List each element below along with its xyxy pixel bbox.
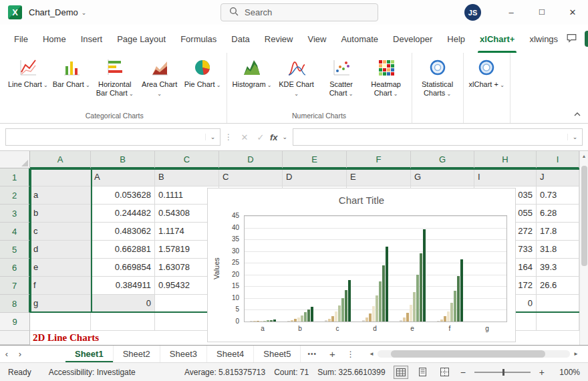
sheet-nav-prev-icon[interactable]: ‹: [0, 346, 13, 362]
horizontal-scroll-track[interactable]: [378, 350, 570, 358]
row-header-4[interactable]: 4: [0, 223, 30, 241]
cell-A1[interactable]: [30, 168, 91, 186]
sheet-tab-sheet3[interactable]: Sheet3: [160, 346, 207, 362]
cell-H1[interactable]: I: [474, 168, 537, 186]
scroll-up-arrow-icon[interactable]: ▲: [580, 151, 588, 158]
zoom-in-button[interactable]: +: [539, 367, 545, 378]
name-box[interactable]: ⌄: [5, 128, 220, 146]
horizontal-scrollbar[interactable]: ◄ ►: [368, 346, 580, 362]
ribbon-tab-automate[interactable]: Automate: [333, 25, 386, 53]
insert-function-button[interactable]: fx: [269, 132, 279, 142]
more-sheets-icon[interactable]: •••: [301, 346, 323, 362]
sheet-tab-sheet2[interactable]: Sheet2: [114, 346, 160, 362]
ribbon-tab-help[interactable]: Help: [440, 25, 472, 53]
xlchart-button[interactable]: xlChart + ⌄: [467, 55, 506, 90]
cell-C1[interactable]: B: [155, 168, 219, 186]
horizontal-scroll-thumb[interactable]: [391, 350, 545, 358]
cell-I1[interactable]: J: [537, 168, 579, 186]
row-header-8[interactable]: 8: [0, 295, 30, 313]
cell-A7[interactable]: f: [30, 277, 91, 295]
cell-B3[interactable]: 0.244482: [91, 205, 155, 223]
column-header-G[interactable]: G: [411, 151, 474, 168]
share-button[interactable]: ⌄: [585, 31, 588, 47]
cell-I3[interactable]: 6.28: [537, 205, 579, 223]
row-header-3[interactable]: 3: [0, 205, 30, 223]
cell-A3[interactable]: b: [30, 205, 91, 223]
row-header-2[interactable]: 2: [0, 186, 30, 205]
fx-chevron-icon[interactable]: ⌄: [283, 134, 288, 140]
cell-B8[interactable]: 0: [91, 295, 155, 313]
column-header-H[interactable]: H: [474, 151, 537, 168]
ribbon-tab-file[interactable]: File: [7, 25, 35, 53]
histogram-button[interactable]: Histogram ⌄: [231, 55, 274, 90]
row-header-9[interactable]: 9: [0, 313, 30, 331]
sheet-nav-next-icon[interactable]: ›: [13, 346, 27, 362]
bar-chart-button[interactable]: Bar Chart ⌄: [51, 55, 92, 90]
cell-G1[interactable]: G: [411, 168, 474, 186]
page-break-view-icon[interactable]: [438, 366, 452, 378]
cell-I2[interactable]: 0.73: [537, 186, 579, 205]
ribbon-tab-developer[interactable]: Developer: [386, 25, 440, 53]
column-header-F[interactable]: F: [347, 151, 411, 168]
formula-input[interactable]: ⌄: [293, 128, 583, 146]
cell-A4[interactable]: c: [30, 223, 91, 241]
scroll-right-arrow-icon[interactable]: ►: [572, 351, 580, 357]
embedded-chart[interactable]: Chart Title Values 051015202530354045 ab…: [207, 188, 516, 342]
row-header-10[interactable]: [0, 331, 30, 345]
maximize-button[interactable]: ☐: [527, 0, 557, 25]
statistical-charts-button[interactable]: Statistical Charts ⌄: [416, 55, 460, 99]
zoom-out-button[interactable]: −: [460, 367, 466, 378]
cell-B9[interactable]: [91, 313, 155, 331]
zoom-slider-thumb[interactable]: [502, 369, 504, 376]
close-button[interactable]: ✕: [557, 0, 588, 25]
row-header-7[interactable]: 7: [0, 277, 30, 295]
cell-B2[interactable]: 0.053628: [91, 186, 155, 205]
cell-I4[interactable]: 17.8: [537, 223, 579, 241]
enter-button[interactable]: ✓: [253, 132, 269, 142]
zoom-level[interactable]: 100%: [553, 368, 580, 377]
cell-F1[interactable]: E: [347, 168, 411, 186]
ribbon-tab-formulas[interactable]: Formulas: [173, 25, 224, 53]
user-avatar[interactable]: JS: [464, 4, 481, 21]
name-box-chevron-icon[interactable]: ⌄: [205, 134, 220, 140]
cell-D1[interactable]: C: [219, 168, 283, 186]
kde-chart-button[interactable]: KDE Chart ⌄: [275, 55, 319, 99]
area-chart-button[interactable]: Area Chart ⌄: [138, 55, 182, 99]
ribbon-tab-insert[interactable]: Insert: [74, 25, 110, 53]
cell-I9[interactable]: [537, 313, 579, 331]
pie-chart-button[interactable]: Pie Chart ⌄: [182, 55, 223, 90]
cell-B7[interactable]: 0.384911: [91, 277, 155, 295]
formula-expand-chevron-icon[interactable]: ⌄: [567, 134, 582, 140]
scatter-chart-button[interactable]: Scatter Chart ⌄: [319, 55, 363, 99]
cell-A6[interactable]: e: [30, 259, 91, 277]
accessibility-status[interactable]: Accessibility: Investigate: [49, 368, 136, 377]
ribbon-tab-xlchart[interactable]: xlChart+: [472, 25, 522, 53]
horizontal-bar-chart-button[interactable]: Horizontal Bar Chart ⌄: [93, 55, 137, 99]
search-input[interactable]: Search: [220, 3, 378, 21]
column-header-D[interactable]: D: [219, 151, 283, 168]
cell-I7[interactable]: 26.6: [537, 277, 579, 295]
row-header-5[interactable]: 5: [0, 241, 30, 259]
cell-I6[interactable]: 39.3: [537, 259, 579, 277]
select-all-corner[interactable]: [0, 151, 30, 168]
line-chart-button[interactable]: Line Chart ⌄: [6, 55, 50, 90]
cell-B1[interactable]: A: [91, 168, 155, 186]
cell-A2[interactable]: a: [30, 186, 91, 205]
cell-A9[interactable]: [30, 313, 91, 331]
heatmap-chart-button[interactable]: Heatmap Chart ⌄: [364, 55, 408, 99]
ribbon-tab-review[interactable]: Review: [257, 25, 301, 53]
column-header-E[interactable]: E: [283, 151, 347, 168]
cell-I5[interactable]: 31.8: [537, 241, 579, 259]
ribbon-tab-xlwings[interactable]: xlwings: [522, 25, 565, 53]
column-header-C[interactable]: C: [155, 151, 219, 168]
sheet-tab-sheet1[interactable]: Sheet1: [65, 346, 114, 362]
ribbon-tab-view[interactable]: View: [300, 25, 333, 53]
cell-I8[interactable]: [537, 295, 579, 313]
page-layout-view-icon[interactable]: [416, 366, 430, 378]
vertical-scroll-thumb[interactable]: [581, 166, 587, 266]
collapse-ribbon-chevron-icon[interactable]: [573, 109, 581, 119]
sheet-tab-sheet4[interactable]: Sheet4: [207, 346, 254, 362]
minimize-button[interactable]: –: [496, 0, 527, 25]
column-header-A[interactable]: A: [30, 151, 91, 168]
title-dropdown-chevron-icon[interactable]: ⌄: [82, 9, 87, 16]
